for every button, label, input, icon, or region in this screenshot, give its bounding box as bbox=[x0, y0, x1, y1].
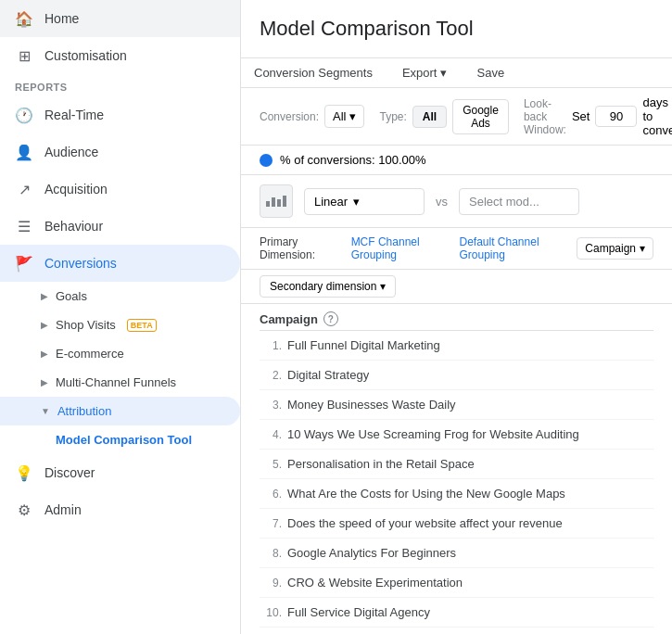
table-row: 6. What Are the Costs for Using the New … bbox=[260, 479, 653, 509]
realtime-icon: 🕐 bbox=[15, 106, 33, 124]
mcf-channel-link[interactable]: MCF Channel Grouping bbox=[351, 235, 449, 261]
sidebar-item-acquisition[interactable]: ↗ Acquisition bbox=[0, 171, 240, 208]
customisation-icon: ⊞ bbox=[15, 46, 33, 65]
sidebar-label-conversions: Conversions bbox=[44, 256, 117, 271]
lookback-label: Look-back Window: bbox=[524, 97, 566, 136]
secondary-row: Secondary dimension ▾ bbox=[241, 270, 672, 304]
sidebar-label-realtime: Real-Time bbox=[44, 108, 104, 122]
row-number: 7. bbox=[260, 517, 282, 530]
table-row: 2. Digital Strategy bbox=[260, 361, 653, 390]
conversions-icon: 🚩 bbox=[15, 254, 33, 273]
model-select-placeholder: Select mod... bbox=[469, 195, 539, 209]
campaign-label: Campaign bbox=[585, 242, 636, 255]
audience-icon: 👤 bbox=[15, 143, 33, 161]
admin-icon: ⚙ bbox=[15, 501, 33, 519]
sidebar-item-model-comparison[interactable]: Model Comparison Tool bbox=[0, 425, 240, 454]
model-selector[interactable]: Linear ▾ bbox=[304, 188, 425, 215]
bar2 bbox=[272, 197, 275, 207]
conversion-chevron-icon: ▾ bbox=[349, 109, 356, 123]
secondary-dim-label: Secondary dimension bbox=[270, 280, 376, 293]
row-text: Does the speed of your website affect yo… bbox=[287, 516, 653, 530]
behaviour-icon: ☰ bbox=[15, 217, 33, 235]
lookback-group: Look-back Window: Set days prior to conv… bbox=[524, 95, 672, 137]
lookback-input[interactable] bbox=[595, 106, 637, 127]
sidebar-item-shop-visits[interactable]: ▶ Shop Visits BETA bbox=[0, 311, 240, 339]
sidebar-label-shop-visits: Shop Visits bbox=[56, 318, 116, 332]
table-row: 5. Personalisation in the Retail Space bbox=[260, 450, 653, 479]
sidebar-label-home: Home bbox=[44, 11, 79, 26]
row-number: 8. bbox=[260, 547, 282, 560]
attribution-chevron: ▼ bbox=[41, 406, 50, 416]
sidebar-item-customisation[interactable]: ⊞ Customisation bbox=[0, 37, 240, 74]
sidebar-item-realtime[interactable]: 🕐 Real-Time bbox=[0, 96, 240, 133]
dimensions-row: Primary Dimension: MCF Channel Grouping … bbox=[241, 228, 672, 270]
multichannel-chevron: ▶ bbox=[41, 377, 48, 387]
row-number: 5. bbox=[260, 458, 282, 471]
conversion-label: Conversion: bbox=[260, 110, 319, 123]
table-row: 8. Google Analytics For Beginners bbox=[260, 539, 653, 568]
page-title: Model Comparison Tool bbox=[260, 17, 653, 41]
sidebar-item-attribution[interactable]: ▼ Attribution bbox=[0, 397, 240, 425]
conversion-filter: Conversion: All ▾ bbox=[260, 105, 364, 128]
sidebar-item-goals[interactable]: ▶ Goals bbox=[0, 282, 240, 311]
model-name: Linear bbox=[314, 195, 348, 209]
row-text: Google Analytics For Beginners bbox=[287, 546, 653, 560]
conversion-segments-button[interactable]: Conversion Segments bbox=[241, 58, 386, 87]
sidebar-label-discover: Discover bbox=[44, 465, 95, 480]
campaign-header-text: Campaign bbox=[260, 312, 318, 326]
secondary-dimension-button[interactable]: Secondary dimension ▾ bbox=[260, 275, 396, 298]
sidebar-label-multichannel: Multi-Channel Funnels bbox=[56, 375, 176, 389]
row-text: Money Businesses Waste Daily bbox=[287, 398, 653, 412]
sidebar-item-discover[interactable]: 💡 Discover bbox=[0, 454, 240, 491]
campaign-dropdown[interactable]: Campaign ▾ bbox=[577, 237, 653, 260]
export-label: Export bbox=[402, 66, 437, 80]
toolbar: Conversion Segments Export ▾ Save bbox=[241, 58, 672, 88]
ecommerce-chevron: ▶ bbox=[41, 349, 48, 359]
sidebar-item-admin[interactable]: ⚙ Admin bbox=[0, 491, 240, 528]
sidebar-item-ecommerce[interactable]: ▶ E-commerce bbox=[0, 339, 240, 368]
conversions-sub-items: ▶ Goals ▶ Shop Visits BETA ▶ E-commerce … bbox=[0, 282, 240, 454]
row-text: Digital Strategy bbox=[287, 368, 653, 382]
type-all-button[interactable]: All bbox=[412, 106, 447, 128]
main-content: Model Comparison Tool Conversion Segment… bbox=[241, 0, 672, 634]
sidebar-label-ecommerce: E-commerce bbox=[56, 347, 124, 361]
conversion-select[interactable]: All ▾ bbox=[324, 105, 364, 128]
row-text: What Are the Costs for Using the New Goo… bbox=[287, 487, 653, 501]
sidebar-label-attribution: Attribution bbox=[57, 404, 112, 418]
sidebar-item-behaviour[interactable]: ☰ Behaviour bbox=[0, 208, 240, 245]
type-filter: Type: All Google Ads bbox=[379, 99, 508, 134]
default-channel-link[interactable]: Default Channel Grouping bbox=[459, 235, 565, 261]
model-bars bbox=[266, 196, 286, 207]
sidebar-label-audience: Audience bbox=[44, 145, 98, 159]
conversion-percent-text: % of conversions: 100.00% bbox=[280, 153, 426, 167]
beta-badge: BETA bbox=[127, 319, 157, 332]
help-icon[interactable]: ? bbox=[323, 311, 338, 326]
row-text: CRO & Website Experimentation bbox=[287, 576, 653, 590]
type-google-ads-button[interactable]: Google Ads bbox=[452, 99, 509, 134]
row-number: 3. bbox=[260, 399, 282, 412]
row-number: 10. bbox=[260, 606, 282, 619]
conversion-percent-row: % of conversions: 100.00% bbox=[241, 146, 672, 175]
row-number: 1. bbox=[260, 339, 282, 352]
sidebar-item-audience[interactable]: 👤 Audience bbox=[0, 133, 240, 171]
campaign-column-header: Campaign ? bbox=[260, 304, 653, 331]
save-button[interactable]: Save bbox=[463, 58, 517, 87]
campaign-chevron-icon: ▾ bbox=[640, 242, 645, 255]
shopvisits-chevron: ▶ bbox=[41, 320, 48, 330]
export-button[interactable]: Export ▾ bbox=[389, 58, 461, 87]
circle-dot-icon bbox=[260, 154, 273, 167]
sidebar-item-multichannel[interactable]: ▶ Multi-Channel Funnels bbox=[0, 368, 240, 397]
row-number: 2. bbox=[260, 369, 282, 382]
table-row: 1. Full Funnel Digital Marketing bbox=[260, 331, 653, 361]
table-row: 3. Money Businesses Waste Daily bbox=[260, 390, 653, 420]
sidebar-item-home[interactable]: 🏠 Home bbox=[0, 0, 240, 37]
sidebar-label-acquisition: Acquisition bbox=[44, 182, 108, 197]
sidebar-label-model-comparison: Model Comparison Tool bbox=[56, 433, 192, 447]
table-row: 7. Does the speed of your website affect… bbox=[260, 509, 653, 539]
lookback-suffix: days prior to conversion bbox=[642, 95, 672, 137]
sidebar-label-behaviour: Behaviour bbox=[44, 219, 103, 234]
model-selector-right[interactable]: Select mod... bbox=[459, 188, 579, 215]
secondary-chevron-icon: ▾ bbox=[380, 280, 386, 293]
sidebar-item-conversions[interactable]: 🚩 Conversions bbox=[0, 245, 240, 282]
filters-row: Conversion: All ▾ Type: All Google Ads L… bbox=[241, 88, 672, 146]
